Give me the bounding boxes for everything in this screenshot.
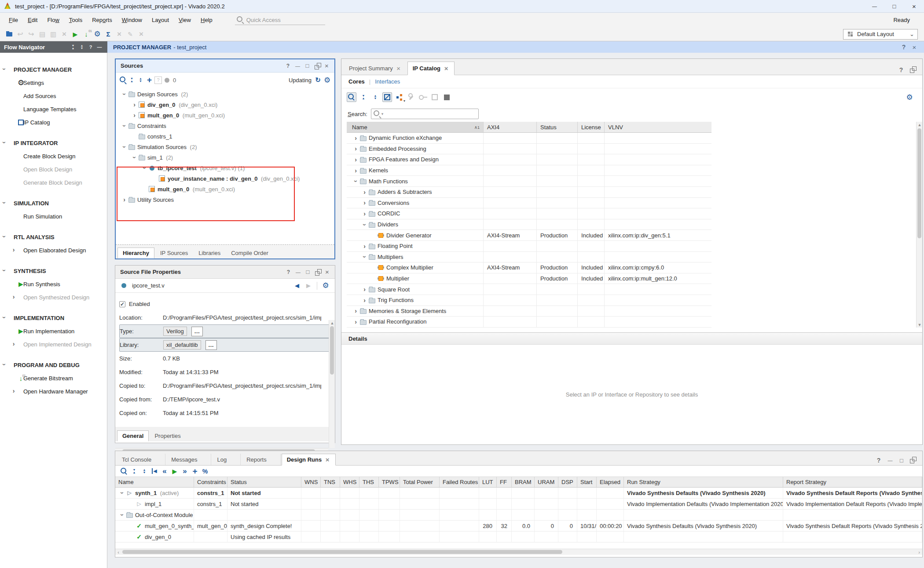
maximize-panel-icon[interactable] xyxy=(897,455,906,465)
gear-icon[interactable] xyxy=(323,76,331,84)
cancel-run[interactable] xyxy=(114,29,124,39)
run-utilization[interactable] xyxy=(201,467,209,476)
flow-navigator-item[interactable]: Open Elaborated Design xyxy=(0,244,107,257)
editor-tab[interactable]: IP Catalog xyxy=(407,62,455,75)
column-header[interactable]: Total Power xyxy=(400,477,440,487)
scroll-down-icon[interactable]: ▼ xyxy=(917,322,923,328)
expander-icon[interactable] xyxy=(352,318,359,325)
scrollbar-thumb[interactable] xyxy=(917,128,921,238)
add-sources[interactable] xyxy=(146,76,153,84)
license-status[interactable] xyxy=(418,92,428,102)
float-panel-icon[interactable] xyxy=(908,65,918,75)
run[interactable] xyxy=(70,29,80,39)
ip-catalog-row[interactable]: Trig Functions xyxy=(347,295,711,306)
browse-button[interactable]: … xyxy=(205,340,217,350)
design-run-row[interactable]: impl_1 constrs_1 Not started xyxy=(115,499,922,510)
column-header[interactable]: URAM xyxy=(535,477,558,487)
menu-item[interactable]: Edit xyxy=(23,17,42,23)
close-tab-icon[interactable] xyxy=(396,65,402,71)
expander-icon[interactable] xyxy=(361,210,368,217)
menu-item[interactable]: Window xyxy=(117,17,147,23)
bottom-tab[interactable]: Design Runs xyxy=(282,454,336,466)
help-hint[interactable] xyxy=(154,76,162,84)
design-run-row[interactable]: Out-of-Context Module Runs xyxy=(115,510,922,521)
ip-catalog-row[interactable]: Kernels xyxy=(347,165,711,176)
paste[interactable] xyxy=(48,29,58,39)
column-header[interactable]: Run Strategy xyxy=(624,477,783,487)
expander-icon[interactable] xyxy=(361,254,368,260)
sfp-tab[interactable]: Properties xyxy=(150,430,185,441)
scrollbar-thumb[interactable] xyxy=(122,550,562,554)
expander-icon[interactable] xyxy=(361,286,368,293)
maximize-window-icon[interactable] xyxy=(884,0,904,12)
sources-view-tab[interactable]: Compile Order xyxy=(226,248,273,259)
flow-navigator-item[interactable]: SIMULATION xyxy=(0,197,107,210)
expander-icon[interactable] xyxy=(352,156,359,163)
ip-catalog-row[interactable]: Floating Point xyxy=(347,241,711,252)
expander-icon[interactable] xyxy=(361,297,368,304)
minimize-panel-icon[interactable] xyxy=(293,62,302,70)
column-header[interactable]: Failed Routes xyxy=(440,477,479,487)
source-tree-row[interactable]: Simulation Sources (2) xyxy=(116,142,334,152)
sources-view-tab[interactable]: IP Sources xyxy=(155,248,193,259)
expander-icon[interactable] xyxy=(119,512,126,518)
minimize-panel-icon[interactable] xyxy=(885,455,895,465)
ip-settings[interactable] xyxy=(430,92,440,102)
flow-navigator-item[interactable]: Run Implementation xyxy=(0,324,107,338)
close-tab-icon[interactable] xyxy=(200,456,206,462)
ip-catalog-row[interactable]: Multiplier Production Included xilinx.co… xyxy=(347,273,711,284)
flow-navigator-item[interactable]: Open Synthesized Design xyxy=(0,291,107,304)
expander-icon[interactable] xyxy=(352,178,359,185)
column-header[interactable]: THS xyxy=(359,477,379,487)
design-run-row[interactable]: mult_gen_0_synth_1 mult_gen_0 synth_desi… xyxy=(115,521,922,532)
flow-navigator-item[interactable]: Run Simulation xyxy=(0,210,107,223)
menu-item[interactable]: Reports xyxy=(87,17,117,23)
expander-icon[interactable] xyxy=(361,221,368,228)
column-header[interactable]: Elapsed xyxy=(597,477,624,487)
message-badge[interactable] xyxy=(163,76,171,84)
column-header-vlnv[interactable]: VLNV xyxy=(604,122,711,132)
step-forward[interactable] xyxy=(180,467,189,476)
scrollbar-thumb[interactable] xyxy=(330,326,334,375)
expander-icon[interactable] xyxy=(361,199,368,206)
ip-catalog-row[interactable]: FPGA Features and Design xyxy=(347,154,711,165)
source-tree-row[interactable]: your_instance_name : div_gen_0 (div_gen_… xyxy=(116,173,334,184)
source-tree-row[interactable]: mult_gen_0 (mult_gen_0.xci) xyxy=(116,110,334,120)
catalog-search-input[interactable]: ▾ xyxy=(371,109,479,119)
copy[interactable] xyxy=(37,29,47,39)
browse-button[interactable]: … xyxy=(191,327,203,336)
flow-navigator-item[interactable]: PROJECT MANAGER xyxy=(0,63,107,76)
step-back[interactable] xyxy=(160,467,169,476)
column-header-axi4[interactable]: AXI4 xyxy=(483,122,536,132)
tab-cores[interactable]: Cores xyxy=(348,78,365,85)
ip-catalog-row[interactable]: Dividers xyxy=(347,219,711,230)
expander-icon[interactable] xyxy=(131,112,138,119)
close-panel-icon[interactable] xyxy=(323,268,331,276)
settings-gear-icon[interactable] xyxy=(907,92,917,102)
column-header[interactable]: DSP xyxy=(558,477,577,487)
maximize-panel-icon[interactable] xyxy=(303,62,312,70)
source-tree-row[interactable]: sim_1 (2) xyxy=(116,152,334,163)
reset-runs[interactable] xyxy=(150,467,159,476)
close-window-icon[interactable] xyxy=(904,0,924,12)
menu-item[interactable]: Tools xyxy=(64,17,87,23)
flow-navigator-item[interactable]: IP Catalog xyxy=(0,116,107,129)
menu-item[interactable]: View xyxy=(174,17,196,23)
close-tab-icon[interactable] xyxy=(443,66,449,72)
ip-catalog-row[interactable]: Memories & Storage Elements xyxy=(347,306,711,317)
ip-catalog-row[interactable]: Divider Generator AXI4-Stream Production… xyxy=(347,230,711,241)
menu-item[interactable]: Layout xyxy=(147,17,174,23)
minimize-panel-icon[interactable] xyxy=(95,43,103,51)
bottom-tab[interactable]: Reports xyxy=(242,454,281,465)
flow-navigator-item[interactable]: Add Sources xyxy=(0,89,107,102)
source-tree-row[interactable]: Design Sources (2) xyxy=(116,89,334,99)
expander-icon[interactable] xyxy=(121,91,128,98)
column-header[interactable]: Name xyxy=(115,477,194,487)
column-header[interactable]: Start xyxy=(577,477,597,487)
source-tree-row[interactable]: div_gen_0 (div_gen_0.xci) xyxy=(116,99,334,110)
design-run-row[interactable]: synth_1 (active) constrs_1 Not started xyxy=(115,488,922,499)
expander-icon[interactable] xyxy=(121,144,128,150)
flow-navigator-item[interactable]: SYNTHESIS xyxy=(0,264,107,277)
source-tree-row[interactable]: constrs_1 xyxy=(116,131,334,142)
column-header-name[interactable]: Name ∧1 xyxy=(347,122,483,132)
